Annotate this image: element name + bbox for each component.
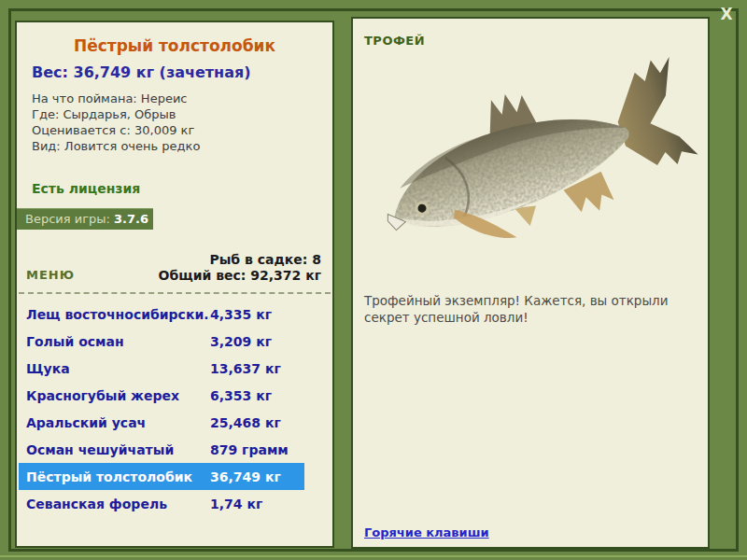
fish-row[interactable]: Лещ восточносибирски... 4,335 кг [19,301,304,328]
detail-bait: На что поймана: Нереис [32,91,332,106]
menu-row: МЕНЮ Рыб в садке: 8 Общий вес: 92,372 кг [17,252,332,284]
version-value: 3.7.6 [114,212,148,226]
keepnet-total-weight: Общий вес: 92,372 кг [159,268,322,284]
detail-rating: Оценивается с: 30,009 кг [32,122,332,138]
fish-weight: 25,468 кг [210,415,304,430]
window-bottom-bevel [0,555,747,557]
keepnet-fish-count: Рыб в садке: 8 [159,252,322,268]
fish-row[interactable]: Осман чешуйчатый 879 грамм [19,436,304,463]
fish-row[interactable]: Пёстрый толстолобик 36,749 кг [19,463,304,490]
fish-name: Щука [26,361,210,376]
detail-place: Где: Сырдарья, Обрыв [32,106,332,122]
fish-row[interactable]: Щука 13,637 кг [19,355,304,382]
bighead-carp-photo [355,34,708,291]
fish-name: Лещ восточносибирски... [26,307,210,322]
close-button[interactable]: X [715,4,738,24]
fish-details: На что поймана: Нереис Где: Сырдарья, Об… [32,91,332,154]
fish-weight-line: Вес: 36,749 кг (зачетная) [32,63,332,81]
trophy-panel: ТРОФЕЙ [351,17,710,549]
detail-rarity: Вид: Ловится очень редко [32,138,332,154]
fish-name: Пёстрый толстолобик [26,469,210,484]
license-status: Есть лицензия [32,181,332,196]
version-label: Версия игры: [25,212,110,226]
fish-list: Лещ восточносибирски... 4,335 кг Голый о… [19,301,304,517]
fish-name: Красногубый жерех [26,388,210,403]
trophy-message: Трофейный экземпляр! Кажется, вы открыли… [364,292,695,326]
fish-weight: 1,74 кг [210,497,304,511]
fish-weight: 879 грамм [210,442,304,457]
menu-button[interactable]: МЕНЮ [26,268,75,284]
fish-name: Аральский усач [26,415,210,430]
fish-name: Осман чешуйчатый [26,442,210,457]
game-window: { "window": { "close_label": "X" }, "lef… [0,0,747,560]
list-separator [19,292,331,294]
fish-name: Севанская форель [26,497,210,511]
fish-weight: 13,637 кг [210,361,304,376]
fish-row[interactable]: Аральский усач 25,468 кг [19,409,304,436]
fish-title: Пёстрый толстолобик [17,36,332,55]
fish-weight: 6,353 кг [210,388,304,403]
fish-row[interactable]: Голый осман 3,209 кг [19,328,304,355]
game-version-bar: Версия игры: 3.7.6 [17,208,153,230]
catch-info-panel: Пёстрый толстолобик Вес: 36,749 кг (заче… [15,21,334,548]
fish-weight: 36,749 кг [210,469,304,484]
fish-name: Голый осман [26,334,210,349]
fish-weight: 3,209 кг [210,334,304,349]
fish-weight: 4,335 кг [210,307,304,322]
hotkeys-link[interactable]: Горячие клавиши [364,525,489,539]
fish-row[interactable]: Красногубый жерех 6,353 кг [19,382,304,409]
fish-row[interactable]: Севанская форель 1,74 кг [19,490,304,517]
keepnet-stats: Рыб в садке: 8 Общий вес: 92,372 кг [159,252,322,284]
